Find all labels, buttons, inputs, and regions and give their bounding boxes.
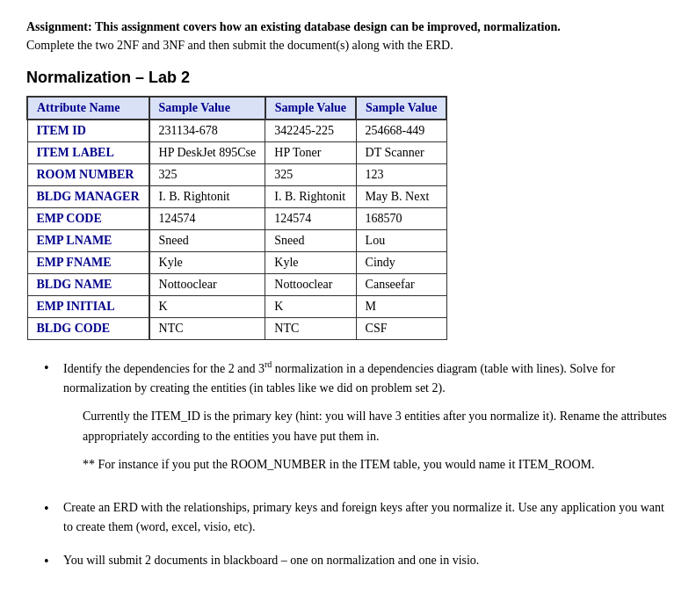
bullet-dot-3: •	[44, 551, 58, 572]
bullet-item-2: • Create an ERD with the relationships, …	[44, 498, 670, 538]
table-cell: EMP FNAME	[27, 252, 149, 274]
table-cell: HP Toner	[265, 142, 356, 164]
bullet-item-3: • You will submit 2 documents in blackbo…	[44, 551, 670, 572]
assignment-bold: Assignment: This assignment covers how a…	[26, 18, 670, 36]
table-cell: 124574	[265, 208, 356, 230]
table-row: EMP FNAMEKyleKyleCindy	[27, 252, 446, 274]
table-cell: 325	[149, 164, 265, 186]
bullet-item-1: • Identify the dependencies for the 2 an…	[44, 358, 670, 484]
table-cell: Cindy	[356, 252, 446, 274]
table-cell: CSF	[356, 318, 446, 340]
table-cell: ITEM LABEL	[27, 142, 149, 164]
table-cell: May B. Next	[356, 186, 446, 208]
table-row: EMP LNAMESneedSneedLou	[27, 230, 446, 252]
table-cell: Sneed	[149, 230, 265, 252]
bullet1-subpara2: ** For instance if you put the ROOM_NUMB…	[83, 455, 670, 475]
table-cell: Nottooclear	[149, 274, 265, 296]
table-cell: BLDG CODE	[27, 318, 149, 340]
table-cell: NTC	[265, 318, 356, 340]
table-cell: ROOM NUMBER	[27, 164, 149, 186]
table-cell: K	[265, 296, 356, 318]
table-cell: EMP LNAME	[27, 230, 149, 252]
table-cell: 168570	[356, 208, 446, 230]
bullet1-subpara1: Currently the ITEM_ID is the primary key…	[83, 407, 670, 446]
table-cell: 124574	[149, 208, 265, 230]
table-row: BLDG MANAGERI. B. RightonitI. B. Righton…	[27, 186, 446, 208]
bullet-text-2: Create an ERD with the relationships, pr…	[63, 498, 670, 538]
table-cell: 325	[265, 164, 356, 186]
table-row: ITEM ID231134-678342245-225254668-449	[27, 120, 446, 142]
table-cell: BLDG NAME	[27, 274, 149, 296]
table-cell: Sneed	[265, 230, 356, 252]
assignment-block: Assignment: This assignment covers how a…	[26, 18, 670, 54]
table-cell: K	[149, 296, 265, 318]
col-header-sample1: Sample Value	[149, 97, 265, 120]
table-cell: Kyle	[149, 252, 265, 274]
bullet-dot-1: •	[44, 358, 58, 379]
table-cell: 254668-449	[356, 120, 446, 142]
table-cell: Nottooclear	[265, 274, 356, 296]
bullet1-before: Identify the dependencies for the 2 and …	[63, 362, 265, 375]
bullet-text-1: Identify the dependencies for the 2 and …	[63, 358, 670, 484]
section-title: Normalization – Lab 2	[26, 69, 670, 87]
table-cell: EMP CODE	[27, 208, 149, 230]
table-cell: BLDG MANAGER	[27, 186, 149, 208]
table-cell: DT Scanner	[356, 142, 446, 164]
content-section: • Identify the dependencies for the 2 an…	[26, 358, 670, 572]
col-header-sample3: Sample Value	[356, 97, 446, 120]
table-cell: EMP INITIAL	[27, 296, 149, 318]
bullet-dot-2: •	[44, 498, 58, 519]
table-cell: I. B. Rightonit	[149, 186, 265, 208]
table-cell: M	[356, 296, 446, 318]
table-cell: NTC	[149, 318, 265, 340]
col-header-attr: Attribute Name	[27, 97, 149, 120]
table-cell: Canseefar	[356, 274, 446, 296]
table-row: EMP CODE124574124574168570	[27, 208, 446, 230]
normalization-table: Attribute Name Sample Value Sample Value…	[26, 96, 447, 340]
table-row: BLDG NAMENottooclearNottooclearCanseefar	[27, 274, 446, 296]
table-row: ROOM NUMBER325325123	[27, 164, 446, 186]
table-row: ITEM LABELHP DeskJet 895CseHP TonerDT Sc…	[27, 142, 446, 164]
table-cell: 342245-225	[265, 120, 356, 142]
table-cell: Kyle	[265, 252, 356, 274]
table-cell: I. B. Rightonit	[265, 186, 356, 208]
bullet-text-3: You will submit 2 documents in blackboar…	[63, 551, 479, 570]
col-header-sample2: Sample Value	[265, 97, 356, 120]
table-cell: HP DeskJet 895Cse	[149, 142, 265, 164]
table-cell: 123	[356, 164, 446, 186]
table-cell: Lou	[356, 230, 446, 252]
table-row: EMP INITIALKKM	[27, 296, 446, 318]
table-cell: ITEM ID	[27, 120, 149, 142]
table-cell: 231134-678	[149, 120, 265, 142]
assignment-body: Complete the two 2NF and 3NF and then su…	[26, 36, 670, 54]
table-row: BLDG CODENTCNTCCSF	[27, 318, 446, 340]
bullet-list: • Identify the dependencies for the 2 an…	[44, 358, 670, 572]
